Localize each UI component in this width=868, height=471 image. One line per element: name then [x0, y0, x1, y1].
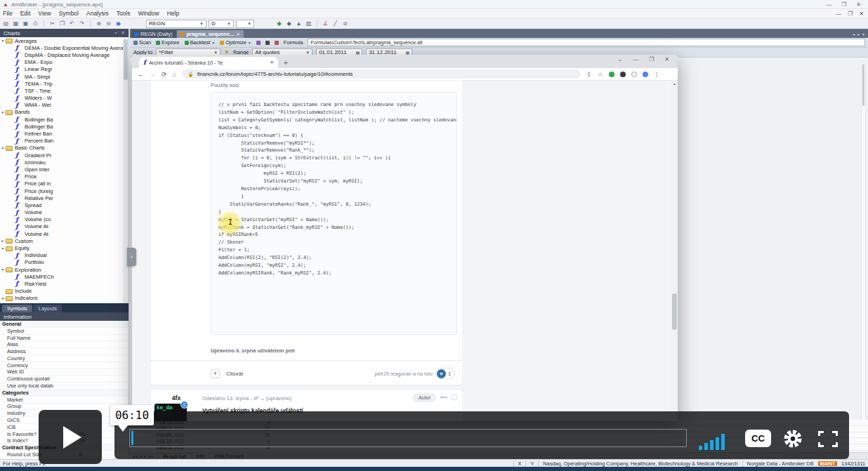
explore-button[interactable]: Explore — [156, 39, 179, 46]
browser-scrollbar[interactable]: ▲ — [671, 81, 678, 421]
url-field[interactable]: 🔒 financnik.cz/forum/topic/4775-archiv-t… — [182, 69, 581, 79]
buy-marker-icon[interactable]: ◆ — [275, 20, 283, 27]
browser-maximize-icon[interactable]: ❐ — [649, 56, 654, 62]
expander-icon[interactable]: ▾ — [0, 246, 6, 251]
bookmark-star-icon[interactable]: ☆ — [598, 71, 603, 78]
tree-item[interactable]: Linear Regr — [0, 66, 123, 73]
tab-scroll-right-icon[interactable]: ▸ — [857, 32, 860, 37]
tree-item[interactable]: Portfolio — [0, 259, 123, 266]
mdi-restore-icon[interactable]: ❐ — [848, 11, 853, 17]
tree-item[interactable]: WMA - Wei — [0, 102, 123, 109]
tree-item[interactable]: ▾ Equity — [0, 244, 123, 251]
analysis-scrollbar-thumb[interactable] — [862, 64, 864, 106]
progress-bar[interactable] — [129, 429, 687, 447]
expander-icon[interactable]: ▾ — [0, 296, 6, 300]
browser-close-icon[interactable]: ✕ — [664, 56, 669, 62]
home-icon[interactable]: ⌂ — [173, 71, 176, 78]
expander-icon[interactable]: ▾ — [0, 39, 6, 43]
multiquote-button[interactable]: + — [211, 369, 220, 378]
tree-item[interactable]: Include — [0, 288, 123, 295]
new-icon[interactable]: ▤ — [2, 20, 10, 27]
symbol-combo[interactable]: REGN▼ — [146, 20, 206, 28]
menu-item[interactable]: Analysis — [86, 10, 109, 17]
volume-button[interactable] — [699, 433, 730, 450]
band-tool-icon[interactable]: ▨ — [305, 20, 313, 27]
optimize-button[interactable]: Optimize▼ — [220, 39, 251, 46]
menu-item[interactable]: Help — [167, 10, 179, 17]
tab-search-icon[interactable]: ⌄ — [617, 56, 622, 62]
extension-icon[interactable] — [631, 72, 637, 77]
post-author[interactable]: 4fx — [160, 394, 192, 402]
panel-expand-button[interactable]: › — [127, 248, 136, 266]
tree-item[interactable]: Volume At — [0, 223, 123, 230]
back-icon[interactable]: ← — [138, 71, 144, 78]
report-icon[interactable] — [256, 41, 261, 45]
tree-item[interactable]: Spread — [0, 201, 123, 208]
tree-item[interactable]: ▾ Bands — [0, 109, 123, 116]
expander-icon[interactable]: ▾ — [0, 146, 6, 150]
captions-button[interactable]: CC — [745, 430, 771, 447]
tree-item[interactable]: DEMA - Double Exponential Moving Average — [0, 44, 123, 51]
zoom-in-icon[interactable]: ⊕ — [95, 20, 103, 27]
formula-path-field[interactable]: Formulas\Custom\TechLab\pragma_sequence.… — [308, 39, 865, 46]
browser-menu-icon[interactable]: ⋮ — [654, 71, 660, 78]
tab-scroll-left-icon[interactable]: ◂ — [853, 32, 855, 37]
undo-icon[interactable]: ↶ — [68, 20, 76, 27]
chart-tool-icon[interactable]: ▲ — [295, 20, 303, 27]
tree-item[interactable]: Price (foreig — [0, 187, 123, 194]
open-icon[interactable]: ▦ — [12, 20, 20, 27]
browser-scrollbar-thumb[interactable] — [672, 293, 677, 330]
tree-item[interactable]: Keltner Ban — [0, 130, 123, 137]
tree-item[interactable]: ▾ Basic Charts — [0, 145, 123, 152]
tree-item[interactable]: Percent Ban — [0, 138, 123, 145]
interval-combo[interactable]: D▼ — [209, 20, 234, 28]
browser-tab[interactable]: f Archiv tutoriálů - Stránka 10 - Te ✕ — [139, 57, 278, 68]
tree-item[interactable]: Price — [0, 173, 123, 180]
profile-avatar[interactable] — [643, 72, 648, 77]
menu-item[interactable]: Window — [138, 10, 159, 17]
tree-item[interactable]: Gradient Pr — [0, 152, 123, 159]
chart-icon[interactable] — [265, 41, 270, 45]
tree-item[interactable]: ▾ Averages — [0, 37, 123, 44]
tab-layouts[interactable]: Layouts — [34, 305, 62, 312]
forward-icon[interactable]: → — [150, 71, 156, 78]
menu-item[interactable]: View — [38, 10, 51, 17]
scan-button[interactable]: Scan — [133, 39, 151, 46]
new-tab-button[interactable]: + — [284, 59, 288, 67]
sell-marker-icon[interactable]: ◆ — [285, 20, 293, 27]
cut-icon[interactable]: ✂ — [48, 20, 56, 27]
mdi-close-icon[interactable]: ✕ — [859, 11, 864, 17]
tab-list-icon[interactable]: ▾ — [862, 32, 864, 37]
tree-item[interactable]: Volume — [0, 209, 123, 216]
minimize-icon[interactable]: — — [826, 1, 831, 8]
zoom-out-icon[interactable]: ⊖ — [105, 20, 112, 27]
tree-item[interactable]: ▸ Custom — [0, 237, 123, 244]
reaction-badge[interactable]: ♥ 1 — [435, 368, 455, 379]
tree-item[interactable]: Volume At — [0, 230, 123, 237]
mdi-minimize-icon[interactable]: — — [836, 11, 841, 17]
reload-icon[interactable]: ⟳ — [162, 71, 167, 78]
tree-item[interactable]: Wilders - W — [0, 95, 123, 102]
panel-close-icon[interactable]: ✕ — [121, 30, 125, 36]
scroll-up-icon[interactable]: ▲ — [671, 81, 678, 86]
settings-button[interactable] — [782, 428, 803, 449]
redo-icon[interactable]: ↷ — [78, 20, 86, 27]
extension-icon[interactable] — [620, 72, 626, 77]
tree-item[interactable]: TEMA - Trip — [0, 80, 123, 87]
copy-icon[interactable]: ❐ — [58, 20, 66, 27]
tree-item[interactable]: TSF - Time — [0, 87, 123, 94]
extra-combo[interactable]: ▼ — [236, 20, 254, 28]
tree-item[interactable]: Bollinger Ba — [0, 116, 123, 123]
expander-icon[interactable]: ▾ — [0, 267, 6, 272]
browser-minimize-icon[interactable]: — — [633, 56, 638, 62]
settings-mini-icon[interactable] — [275, 41, 279, 45]
maximize-icon[interactable]: ❐ — [841, 1, 846, 8]
line-tool-icon[interactable]: ╱ — [331, 20, 339, 27]
tree-item[interactable]: Individual — [0, 252, 123, 259]
tree-item[interactable]: Bollinger Ba — [0, 123, 123, 130]
extension-icon[interactable] — [609, 72, 614, 77]
tree-item[interactable]: ▾ Exploration — [0, 266, 123, 273]
pin-icon[interactable]: ▪ — [115, 30, 117, 36]
save-icon[interactable]: ▣ — [22, 20, 29, 27]
tree-item[interactable]: Ichimoku — [0, 159, 123, 166]
